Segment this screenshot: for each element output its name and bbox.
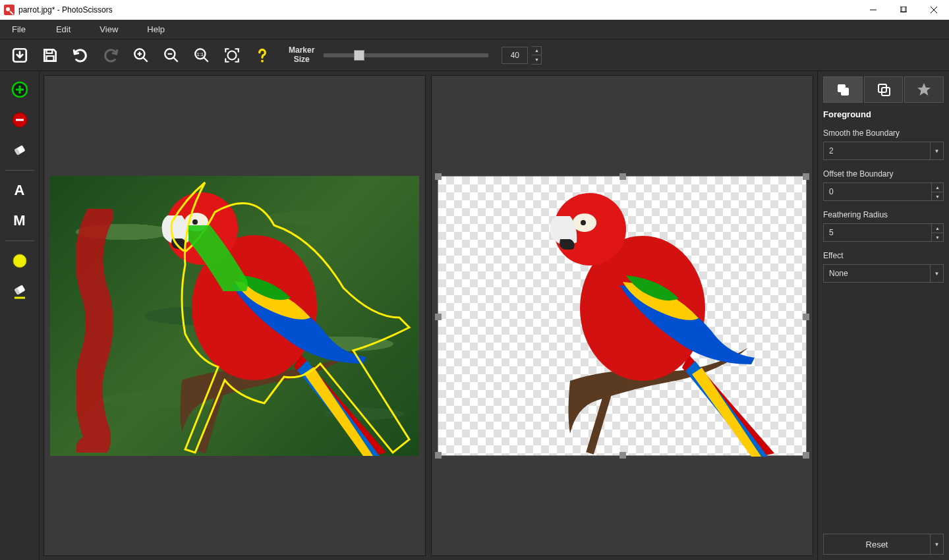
save-button[interactable] [37,42,63,69]
svg-rect-8 [47,49,53,53]
menu-view[interactable]: View [90,20,138,39]
effect-combo: None ▼ [823,264,944,283]
svg-rect-42 [841,88,849,96]
tool-separator [5,170,34,171]
crop-handle-r[interactable] [803,314,809,320]
tab-foreground[interactable] [823,76,863,103]
menu-bar: File Edit View Help [0,20,949,40]
crop-handle-tl[interactable] [435,173,442,180]
parrot-cutout [438,177,807,457]
svg-line-18 [204,57,208,62]
feather-label: Feathering Radius [823,210,944,219]
right-sidebar: Foreground Smooth the Boundary 2 ▼ Offse… [817,71,949,560]
crop-handle-tr[interactable] [803,173,809,180]
zoom-in-button[interactable] [128,42,154,69]
marker-size-slider-wrap [324,53,488,57]
menu-edit[interactable]: Edit [47,20,90,39]
background-marker-tool[interactable] [4,107,36,133]
menu-file[interactable]: File [3,20,47,39]
foreground-marker-stroke [188,225,248,291]
offset-spinner: ▲ ▼ [932,182,944,201]
offset-value[interactable]: 0 [823,182,932,201]
svg-point-20 [228,51,237,59]
zoom-actual-button[interactable]: 1:1 [188,42,215,69]
manual-mode-tool[interactable]: M [4,208,36,234]
effect-dropdown[interactable]: ▼ [931,264,944,283]
app-icon [4,5,14,15]
svg-line-15 [173,57,178,62]
main-area: A M [0,71,949,560]
smooth-value[interactable]: 2 [823,142,931,160]
svg-text:1:1: 1:1 [197,51,204,57]
help-button[interactable] [249,42,275,69]
open-button[interactable] [7,42,33,69]
crop-handle-b[interactable] [619,452,626,459]
svg-rect-3 [900,7,906,12]
smooth-label: Smooth the Boundary [823,128,944,138]
crop-handle-br[interactable] [803,452,809,459]
result-canvas-pane[interactable] [431,75,813,556]
crop-handle-l[interactable] [435,314,442,320]
reset-row: Reset ▼ [823,534,944,555]
toolbar: 1:1 Marker Size ▲ ▼ [0,40,949,71]
selection-outline [149,179,413,456]
marker-size-input[interactable] [502,47,528,64]
marker-size-spinner: ▲ ▼ [532,46,542,65]
effect-label: Effect [823,251,944,260]
marker-size-slider[interactable] [324,53,488,57]
result-image [438,176,807,456]
feather-down[interactable]: ▼ [932,233,944,242]
offset-up[interactable]: ▲ [932,182,944,192]
svg-line-11 [143,57,148,62]
highlight-eraser-tool[interactable] [4,278,36,304]
svg-point-21 [261,59,264,62]
svg-point-1 [6,7,10,11]
feather-combo: 5 ▲ ▼ [823,223,944,242]
smooth-combo: 2 ▼ [823,142,944,160]
tab-background[interactable] [864,76,904,103]
smooth-dropdown[interactable]: ▼ [931,142,944,160]
background-marker-stroke [76,209,116,453]
offset-label: Offset the Boundary [823,169,944,179]
close-button[interactable] [919,0,949,20]
crop-handle-t[interactable] [619,173,626,180]
left-toolbar: A M [0,71,40,560]
zoom-out-button[interactable] [158,42,185,69]
canvas-container [40,71,817,560]
svg-point-29 [13,254,26,267]
window-title: parrot.jpg* - PhotoScissors [18,5,113,14]
reset-button[interactable]: Reset [823,534,931,555]
redo-button[interactable] [98,42,124,69]
menu-help[interactable]: Help [138,20,185,39]
feather-up[interactable]: ▲ [932,223,944,233]
eraser-tool[interactable] [4,137,36,163]
minimize-button[interactable] [858,0,888,20]
tab-effects[interactable] [904,76,944,103]
marker-size-down[interactable]: ▼ [532,55,541,64]
highlight-tool[interactable] [4,248,36,274]
reset-dropdown[interactable]: ▼ [931,534,944,555]
foreground-marker-tool[interactable] [4,76,36,103]
feather-value[interactable]: 5 [823,223,932,242]
title-bar: parrot.jpg* - PhotoScissors [0,0,949,20]
panel-title: Foreground [823,109,944,119]
feather-spinner: ▲ ▼ [932,223,944,242]
crop-handle-bl[interactable] [435,452,442,459]
source-image [50,176,419,456]
offset-combo: 0 ▲ ▼ [823,182,944,201]
undo-button[interactable] [67,42,94,69]
offset-down[interactable]: ▼ [932,192,944,201]
svg-rect-4 [902,7,907,12]
sidebar-tabs [823,76,944,103]
auto-mode-tool[interactable]: A [4,177,36,204]
source-canvas-pane[interactable] [43,75,426,556]
marker-size-up[interactable]: ▲ [532,47,541,55]
zoom-fit-button[interactable] [219,42,245,69]
marker-size-label: Marker Size [289,46,314,63]
maximize-button[interactable] [888,0,919,20]
tool-separator [5,240,34,241]
svg-point-40 [581,220,586,225]
effect-value[interactable]: None [823,264,931,283]
